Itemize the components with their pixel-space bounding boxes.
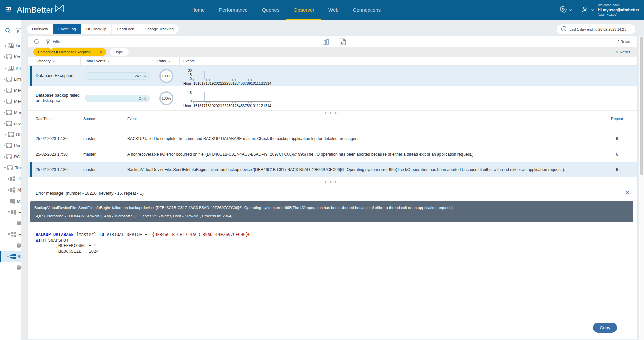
reset-button[interactable]: × Reset bbox=[615, 49, 630, 55]
sidebar-item[interactable]: Kli bbox=[0, 62, 21, 74]
settings-menu[interactable] bbox=[560, 6, 571, 14]
expand-right-icon[interactable] bbox=[4, 45, 7, 47]
nav-item-home[interactable]: Home bbox=[184, 0, 212, 20]
sidebar-item[interactable]: P bbox=[0, 207, 21, 218]
sidebar-item[interactable]: Mec bbox=[0, 85, 21, 96]
event-log-row[interactable]: 25-02-2023 17:30masterBackupVirtualDevic… bbox=[28, 162, 637, 177]
tab-change-tracking[interactable]: Change Tracking bbox=[139, 24, 179, 34]
sidebar-item[interactable]: M bbox=[0, 184, 21, 196]
sidebar-item[interactable] bbox=[0, 262, 21, 273]
category-row[interactable]: Database Exception 24 / 24 100% 30150 Ho… bbox=[28, 66, 637, 86]
events-total: / 24 bbox=[139, 74, 146, 78]
chart-hour-slot bbox=[213, 91, 216, 101]
expand-right-icon[interactable] bbox=[4, 144, 5, 147]
sidebar-item[interactable] bbox=[0, 240, 21, 251]
app-logo[interactable]: AimBetter bbox=[17, 5, 64, 15]
sidebar-item[interactable]: Tea bbox=[0, 162, 21, 173]
scrollbar-thumb[interactable] bbox=[640, 37, 643, 175]
sidebar-item[interactable]: Ker bbox=[0, 51, 21, 62]
expand-right-icon[interactable] bbox=[8, 178, 9, 180]
sidebar-item[interactable]: Lim bbox=[0, 74, 21, 85]
expand-right-icon[interactable] bbox=[4, 122, 5, 125]
chart-hour-slot bbox=[242, 91, 245, 101]
chip-type[interactable]: Type bbox=[110, 48, 129, 56]
filter-icon[interactable] bbox=[15, 28, 21, 40]
chart-hour-slot bbox=[252, 91, 255, 101]
nav-item-connections[interactable]: Connections bbox=[346, 0, 388, 20]
axis-tick bbox=[197, 102, 200, 103]
code-view-icon[interactable] bbox=[339, 38, 346, 47]
column-header-datetime[interactable]: DateTime bbox=[28, 115, 79, 122]
user-menu[interactable] bbox=[581, 5, 593, 15]
detail-title-row: Error message: (number - 18210, severity… bbox=[28, 186, 637, 200]
tab-event-log[interactable]: Event Log bbox=[53, 24, 81, 34]
tab-overview[interactable]: Overview bbox=[27, 24, 53, 34]
expand-right-icon[interactable] bbox=[4, 111, 5, 114]
company-icon bbox=[7, 165, 13, 170]
chart-view-icon[interactable] bbox=[323, 38, 330, 47]
sidebar-item[interactable]: H bbox=[0, 173, 21, 184]
nav-item-observer[interactable]: Observer bbox=[286, 0, 321, 20]
events-progress-bar: 24 / 24 bbox=[85, 72, 150, 80]
nav-item-web[interactable]: Web bbox=[321, 0, 346, 20]
refresh-icon[interactable] bbox=[33, 38, 40, 45]
sidebar-item[interactable]: RCI bbox=[0, 151, 21, 162]
sidebar-item[interactable]: Isr bbox=[0, 40, 21, 51]
column-header-ratio[interactable]: Ratio bbox=[153, 57, 180, 65]
column-header-category[interactable]: Category bbox=[28, 57, 81, 65]
expand-right-icon[interactable] bbox=[4, 67, 7, 70]
axis-tick bbox=[268, 102, 271, 103]
event-log-row[interactable]: 25-02-2023 17:30masterBACKUP failed to c… bbox=[28, 131, 637, 146]
close-icon[interactable]: × bbox=[625, 189, 629, 196]
expand-down-icon[interactable] bbox=[8, 233, 10, 235]
expand-right-icon[interactable] bbox=[4, 156, 5, 158]
sidebar-item[interactable]: S bbox=[0, 229, 21, 240]
chart-bar bbox=[204, 92, 205, 101]
expand-right-icon[interactable] bbox=[4, 89, 5, 92]
filter-button[interactable]: Filter bbox=[46, 39, 62, 44]
expand-right-icon[interactable] bbox=[4, 100, 5, 103]
date-range-picker[interactable]: Last 1 day ending 26-02-2023 14:23 bbox=[557, 24, 635, 34]
sidebar-item[interactable]: Mec bbox=[0, 107, 21, 118]
axis-tick bbox=[242, 102, 245, 103]
search-icon[interactable] bbox=[5, 28, 11, 40]
column-header-total-events[interactable]: Total Events bbox=[81, 57, 153, 65]
close-icon[interactable]: × bbox=[100, 50, 103, 54]
sidebar-item[interactable]: M bbox=[0, 196, 21, 207]
sidebar-item[interactable]: new bbox=[0, 118, 21, 129]
table-splitter-handle[interactable] bbox=[28, 111, 637, 115]
event-log-row[interactable]: 25-02-2023 17:30masterA nonrecoverable I… bbox=[28, 146, 637, 162]
nav-item-queries[interactable]: Queries bbox=[255, 0, 287, 20]
tab-deadlock[interactable]: DeadLock bbox=[112, 24, 139, 34]
axis-tick bbox=[193, 102, 197, 103]
sidebar-item[interactable]: Mec bbox=[0, 96, 21, 107]
expand-right-icon[interactable] bbox=[4, 78, 5, 81]
expand-down-icon[interactable] bbox=[8, 211, 10, 213]
panel-splitter-handle[interactable] bbox=[28, 177, 637, 186]
user-welcome-block[interactable]: Welcome back, Hi myuser@aimbetter.... (G… bbox=[598, 3, 641, 16]
events-mini-chart: 1.50 Hour1516171819202122230123456789101… bbox=[183, 91, 274, 108]
expand-right-icon[interactable] bbox=[4, 56, 5, 58]
sql-code-line: ,BLOCKSIZE = 1024 bbox=[36, 249, 637, 254]
copy-button[interactable]: Copy bbox=[593, 323, 617, 333]
nav-item-performance[interactable]: Performance bbox=[212, 0, 255, 20]
column-header-source[interactable]: Source bbox=[79, 115, 124, 122]
chart-hour-slot bbox=[252, 69, 255, 79]
sidebar-item[interactable]: Per bbox=[0, 140, 21, 151]
sidebar-item[interactable] bbox=[0, 218, 21, 229]
expand-right-icon[interactable] bbox=[4, 133, 7, 136]
category-row[interactable]: Database backup failed on disk space 2 /… bbox=[28, 86, 637, 111]
sidebar-item[interactable]: Of bbox=[0, 129, 21, 140]
expand-down-icon[interactable] bbox=[6, 256, 10, 257]
chip-categories[interactable]: Categories = Database Exception, ... × bbox=[33, 48, 106, 56]
sidebar-item[interactable]: S bbox=[0, 251, 21, 262]
collapse-sidebar-icon[interactable] bbox=[5, 5, 13, 15]
chart-hour-slot bbox=[197, 91, 200, 101]
drag-dots-icon bbox=[325, 181, 340, 183]
expand-down-icon[interactable] bbox=[4, 167, 6, 169]
vertical-scrollbar[interactable] bbox=[639, 36, 644, 340]
tab-db-backup[interactable]: DB BackUp bbox=[81, 24, 112, 34]
chart-hour-slot bbox=[193, 69, 197, 79]
error-detail-panel: Error message: (number - 18210, severity… bbox=[28, 186, 637, 254]
expand-right-icon[interactable] bbox=[8, 189, 9, 192]
